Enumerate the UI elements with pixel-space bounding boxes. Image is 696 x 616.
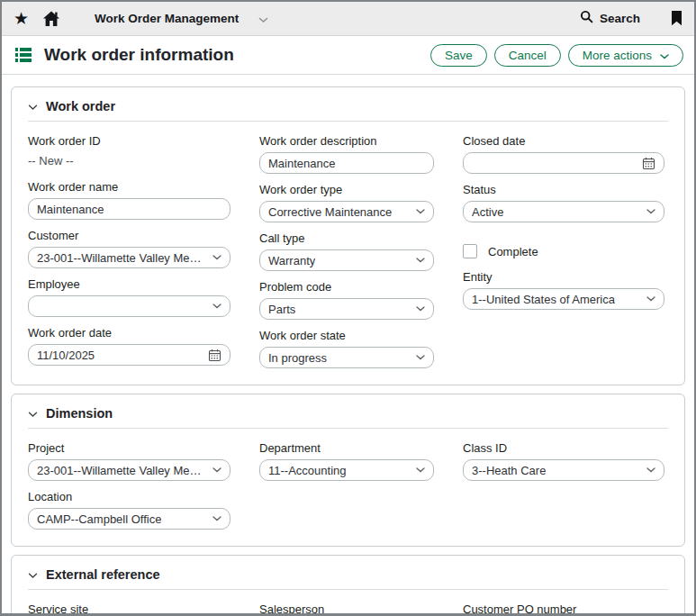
work-order-description-input[interactable]	[259, 152, 434, 174]
chevron-down-icon	[207, 303, 221, 309]
section-title: External reference	[46, 567, 160, 582]
field-complete: Complete	[463, 244, 664, 258]
app-window: ★ Work Order Management Search	[0, 0, 696, 616]
field-work-order-description: Work order description	[259, 134, 434, 174]
search-button[interactable]: Search	[580, 10, 640, 27]
chevron-down-icon	[411, 209, 425, 214]
chevron-down-icon	[411, 306, 425, 312]
field-entity: Entity 1--United States of America	[463, 270, 664, 310]
favorites-star-icon[interactable]: ★	[14, 10, 29, 27]
field-work-order-type: Work order type Corrective Maintenance	[259, 183, 434, 222]
chevron-down-icon	[641, 296, 655, 302]
calendar-icon[interactable]	[637, 157, 655, 170]
status-select[interactable]: Active	[463, 201, 664, 222]
cancel-button[interactable]: Cancel	[494, 44, 561, 67]
complete-label: Complete	[488, 245, 538, 258]
call-type-select[interactable]: Warranty	[259, 249, 434, 271]
bookmark-icon[interactable]	[671, 11, 682, 26]
field-employee: Employee	[28, 277, 230, 317]
collapse-chevron-icon	[28, 405, 38, 421]
department-select[interactable]: 11--Accounting	[259, 459, 434, 481]
work-order-type-select[interactable]: Corrective Maintenance	[259, 201, 434, 222]
section-dimension-header[interactable]: Dimension	[12, 394, 684, 421]
field-work-order-state: Work order state In progress	[259, 329, 434, 368]
more-actions-button[interactable]: More actions	[568, 44, 683, 67]
home-icon[interactable]	[42, 11, 60, 27]
section-external-reference-header[interactable]: External reference	[12, 556, 684, 583]
field-work-order-name: Work order name	[28, 180, 230, 220]
search-icon	[580, 10, 593, 27]
section-dimension: Dimension Project 23-001--Willamette Val…	[11, 394, 685, 547]
field-closed-date: Closed date	[463, 134, 664, 174]
customer-select[interactable]: 23-001--Willamette Valley Medical	[28, 247, 230, 268]
problem-code-select[interactable]: Parts	[259, 298, 434, 320]
field-class-id: Class ID 3--Heath Care	[463, 441, 664, 481]
chevron-down-icon	[660, 49, 669, 62]
employee-select[interactable]	[28, 295, 230, 317]
field-service-site: Service site	[28, 602, 230, 616]
work-order-name-input[interactable]	[28, 198, 230, 220]
chevron-down-icon	[641, 209, 655, 214]
chevron-down-icon	[207, 516, 221, 521]
class-id-select[interactable]: 3--Heath Care	[463, 459, 664, 481]
section-divider	[28, 121, 668, 122]
work-order-id-value: -- New --	[28, 152, 230, 171]
section-title: Dimension	[46, 406, 113, 421]
work-order-id-label: Work order ID	[28, 134, 230, 148]
search-label: Search	[600, 12, 640, 25]
collapse-chevron-icon	[28, 566, 38, 583]
section-divider	[28, 589, 668, 590]
field-project: Project 23-001--Willamette Valley Medica…	[28, 441, 230, 481]
field-problem-code: Problem code Parts	[259, 280, 434, 320]
field-salesperson: Salesperson	[259, 602, 434, 616]
location-select[interactable]: CAMP--Campbell Office	[28, 508, 230, 530]
project-select[interactable]: 23-001--Willamette Valley Medical	[28, 459, 230, 481]
app-menu-label: Work Order Management	[95, 12, 239, 25]
field-department: Department 11--Accounting	[259, 441, 434, 481]
chevron-down-icon	[207, 467, 221, 473]
field-location: Location CAMP--Campbell Office	[28, 490, 230, 530]
app-menu-dropdown[interactable]: Work Order Management	[95, 11, 268, 27]
complete-checkbox[interactable]	[463, 244, 477, 258]
record-list-icon[interactable]	[15, 48, 32, 62]
chevron-down-icon	[411, 355, 425, 360]
field-call-type: Call type Warranty	[259, 231, 434, 271]
field-customer-po-number: Customer PO number	[463, 602, 664, 616]
collapse-chevron-icon	[28, 98, 38, 114]
chevron-down-icon	[258, 11, 268, 27]
entity-select[interactable]: 1--United States of America	[463, 288, 664, 310]
work-order-state-select[interactable]: In progress	[259, 347, 434, 368]
section-work-order-header[interactable]: Work order	[12, 87, 684, 114]
field-customer: Customer 23-001--Willamette Valley Medic…	[28, 229, 230, 268]
chevron-down-icon	[207, 255, 221, 260]
chevron-down-icon	[411, 258, 425, 263]
section-work-order: Work order Work order ID -- New -- Work …	[11, 86, 685, 385]
section-external-reference: External reference Service site External…	[11, 555, 685, 616]
save-button[interactable]: Save	[430, 44, 487, 67]
page-title: Work order information	[44, 45, 234, 65]
closed-date-input[interactable]	[463, 152, 664, 174]
section-divider	[28, 428, 668, 429]
chevron-down-icon	[641, 467, 655, 473]
page-header: Work order information Save Cancel More …	[2, 36, 694, 75]
field-work-order-id: Work order ID -- New --	[28, 134, 230, 171]
chevron-down-icon	[411, 467, 425, 473]
field-work-order-date: Work order date	[28, 326, 230, 366]
calendar-icon[interactable]	[203, 349, 221, 362]
section-title: Work order	[46, 99, 115, 113]
work-order-date-input[interactable]	[28, 344, 230, 366]
form-content: Work order Work order ID -- New -- Work …	[2, 75, 694, 616]
top-bar: ★ Work Order Management Search	[2, 2, 694, 36]
field-status: Status Active	[463, 183, 664, 222]
